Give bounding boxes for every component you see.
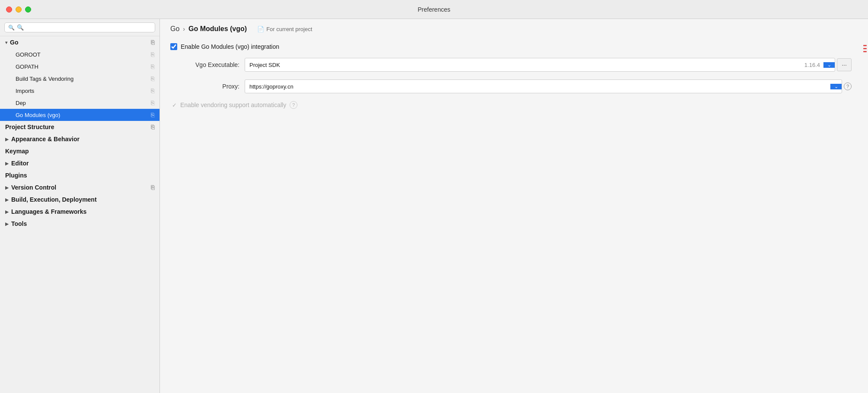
- sidebar-item-gopath[interactable]: GOPATH ⎘: [0, 60, 160, 73]
- close-button[interactable]: [6, 6, 12, 13]
- proxy-value: https://goproxy.cn: [245, 80, 830, 93]
- search-bar: 🔍: [0, 19, 160, 36]
- sidebar-label-go-modules: Go Modules (vgo): [16, 112, 60, 118]
- vgo-label: Vgo Executable:: [170, 61, 239, 68]
- version-control-arrow-icon: ▶: [5, 185, 9, 190]
- sidebar-label-tools: Tools: [11, 220, 27, 227]
- proxy-help-icon[interactable]: ?: [844, 82, 852, 90]
- for-current-project-tag: 📄 For current project: [257, 26, 312, 32]
- enable-checkbox[interactable]: [170, 43, 177, 50]
- content-body: Enable Go Modules (vgo) integration Vgo …: [160, 39, 862, 393]
- sidebar-item-editor[interactable]: ▶ Editor: [0, 157, 160, 169]
- appearance-arrow-icon: ▶: [5, 137, 9, 142]
- tools-arrow-icon: ▶: [5, 222, 9, 226]
- vgo-more-button[interactable]: ···: [837, 58, 852, 71]
- sidebar-item-build-exec[interactable]: ▶ Build, Execution, Deployment: [0, 193, 160, 206]
- enable-label-text: Enable Go Modules (vgo) integration: [181, 43, 279, 50]
- breadcrumb-arrow-icon: ›: [183, 25, 185, 32]
- sidebar-label-imports: Imports: [16, 88, 34, 94]
- sidebar-item-dep[interactable]: Dep ⎘: [0, 97, 160, 109]
- vendoring-help-question-icon: ?: [292, 102, 295, 108]
- content-area: Go › Go Modules (vgo) 📄 For current proj…: [160, 19, 862, 393]
- build-tags-copy-icon: ⎘: [151, 75, 154, 82]
- search-icon: 🔍: [8, 25, 15, 31]
- main-container: 🔍 ▾ Go ⎘ GOROOT ⎘ GOPATH ⎘ Build Tags & …: [0, 19, 868, 393]
- sidebar-item-imports[interactable]: Imports ⎘: [0, 85, 160, 97]
- editor-arrow-icon: ▶: [5, 161, 9, 166]
- sidebar-label-goroot: GOROOT: [16, 51, 41, 58]
- enable-checkbox-label[interactable]: Enable Go Modules (vgo) integration: [170, 43, 279, 50]
- sidebar-item-keymap[interactable]: Keymap: [0, 145, 160, 157]
- imports-copy-icon: ⎘: [151, 87, 154, 94]
- vgo-field-wrap: Project SDK 1.16.4 ⌄ ···: [245, 58, 852, 72]
- sidebar-label-build-exec: Build, Execution, Deployment: [11, 196, 97, 203]
- version-control-copy-icon: ⎘: [151, 184, 154, 191]
- vendoring-label: Enable vendoring support automatically: [180, 101, 286, 108]
- breadcrumb-current: Go Modules (vgo): [188, 25, 247, 33]
- error-marker-2: [863, 48, 867, 49]
- sidebar-label-keymap: Keymap: [5, 148, 29, 155]
- proxy-row: Proxy: https://goproxy.cn ⌄ ?: [170, 79, 852, 93]
- enable-row: Enable Go Modules (vgo) integration: [170, 43, 852, 50]
- proxy-label: Proxy:: [170, 83, 239, 90]
- sidebar-item-go[interactable]: ▾ Go ⎘: [0, 36, 160, 48]
- for-current-project-label: For current project: [266, 26, 312, 32]
- sidebar-label-plugins: Plugins: [5, 172, 27, 179]
- error-marker-1: [863, 45, 867, 46]
- go-copy-icon: ⎘: [151, 39, 154, 46]
- error-marker-3: [863, 51, 867, 52]
- sidebar-item-tools[interactable]: ▶ Tools: [0, 218, 160, 230]
- sidebar-item-goroot[interactable]: GOROOT ⎘: [0, 48, 160, 60]
- sidebar-label-project-structure: Project Structure: [5, 124, 54, 130]
- search-wrap[interactable]: 🔍: [4, 22, 155, 32]
- search-input[interactable]: [17, 24, 151, 31]
- sidebar: 🔍 ▾ Go ⎘ GOROOT ⎘ GOPATH ⎘ Build Tags & …: [0, 19, 160, 393]
- gopath-copy-icon: ⎘: [151, 63, 154, 70]
- sidebar-label-appearance: Appearance & Behavior: [11, 136, 80, 143]
- vgo-combo[interactable]: Project SDK 1.16.4 ⌄: [245, 58, 835, 72]
- vgo-version: 1.16.4: [804, 62, 823, 68]
- right-gutter: [862, 19, 868, 393]
- vendoring-checkmark-icon: ✓: [172, 102, 177, 108]
- content-header: Go › Go Modules (vgo) 📄 For current proj…: [160, 19, 862, 39]
- window-title: Preferences: [418, 6, 450, 13]
- titlebar: Preferences: [0, 0, 868, 19]
- sidebar-label-go: Go: [10, 39, 18, 46]
- sidebar-label-editor: Editor: [11, 160, 29, 167]
- sidebar-item-go-modules[interactable]: Go Modules (vgo) ⎘: [0, 109, 160, 121]
- build-exec-arrow-icon: ▶: [5, 197, 9, 202]
- sidebar-label-gopath: GOPATH: [16, 63, 38, 70]
- sidebar-label-version-control: Version Control: [11, 184, 56, 191]
- project-structure-copy-icon: ⎘: [151, 124, 154, 130]
- vgo-row: Vgo Executable: Project SDK 1.16.4 ⌄ ···: [170, 58, 852, 72]
- vgo-dropdown-arrow-icon: ⌄: [827, 62, 831, 68]
- minimize-button[interactable]: [16, 6, 22, 13]
- window-controls: [6, 6, 31, 13]
- proxy-dropdown-arrow-icon: ⌄: [834, 84, 838, 89]
- sidebar-item-project-structure[interactable]: Project Structure ⎘: [0, 121, 160, 133]
- vgo-value: Project SDK: [245, 58, 804, 71]
- sidebar-item-languages[interactable]: ▶ Languages & Frameworks: [0, 206, 160, 218]
- sidebar-label-build-tags: Build Tags & Vendoring: [16, 76, 73, 82]
- sidebar-item-plugins[interactable]: Plugins: [0, 169, 160, 181]
- sidebar-label-dep: Dep: [16, 100, 26, 106]
- breadcrumb-parent: Go: [170, 25, 179, 33]
- proxy-dropdown-button[interactable]: ⌄: [830, 84, 842, 89]
- go-modules-copy-icon: ⎘: [151, 111, 154, 118]
- go-arrow-icon: ▾: [5, 40, 7, 45]
- help-question-icon: ?: [846, 84, 849, 89]
- languages-arrow-icon: ▶: [5, 209, 9, 214]
- sidebar-item-appearance[interactable]: ▶ Appearance & Behavior: [0, 133, 160, 145]
- sidebar-item-build-tags[interactable]: Build Tags & Vendoring ⎘: [0, 73, 160, 85]
- proxy-combo[interactable]: https://goproxy.cn ⌄: [245, 79, 842, 93]
- goroot-copy-icon: ⎘: [151, 51, 154, 58]
- dep-copy-icon: ⎘: [151, 99, 154, 106]
- vendoring-row: ✓ Enable vendoring support automatically…: [170, 101, 852, 109]
- vgo-dropdown-button[interactable]: ⌄: [823, 62, 835, 68]
- vendoring-help-icon[interactable]: ?: [290, 101, 297, 109]
- maximize-button[interactable]: [25, 6, 31, 13]
- proxy-field-wrap: https://goproxy.cn ⌄ ?: [245, 79, 852, 93]
- sidebar-label-languages: Languages & Frameworks: [11, 208, 86, 215]
- vgo-more-icon: ···: [842, 61, 847, 68]
- sidebar-item-version-control[interactable]: ▶ Version Control ⎘: [0, 181, 160, 193]
